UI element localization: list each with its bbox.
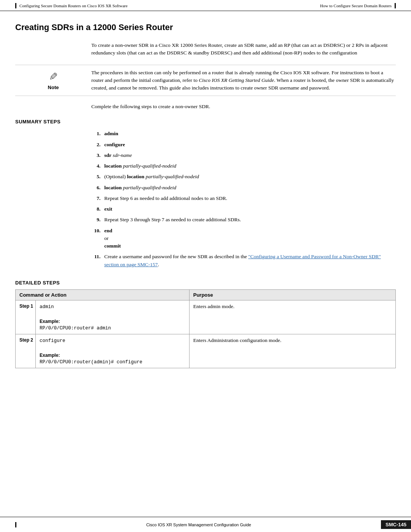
footer-center-text: Cisco IOS XR System Management Configura… [16, 522, 381, 527]
header-right: How to Configure Secure Domain Routers [320, 3, 396, 8]
list-item: location partially-qualified-nodeid [91, 162, 396, 170]
header-right-text: How to Configure Secure Domain Routers [320, 3, 392, 8]
purpose-text: Enters admin mode. [193, 304, 234, 309]
page-number: SMC-145 [381, 520, 411, 529]
table-row: Step 1 admin Example: RP/0/0/CPU0:router… [16, 300, 396, 334]
example-code: RP/0/0/CPU0:router(admin)# configure [40, 359, 142, 365]
purpose-cell: Enters admin mode. [189, 300, 395, 334]
intro-text: To create a non-owner SDR in a Cisco XR … [91, 42, 396, 57]
command-cell: admin Example: RP/0/0/CPU0:router# admin [36, 300, 190, 334]
command-code: admin [40, 304, 54, 310]
step-2-text: configure [104, 141, 125, 149]
note-section: ✎ Note The procedures in this section ca… [15, 65, 396, 96]
list-item: (Optional) location partially-qualified-… [91, 173, 396, 181]
header-bar-right [395, 3, 396, 8]
example-label: Example: [40, 353, 185, 358]
example-label: Example: [40, 319, 185, 324]
page-footer: Cisco IOS XR System Management Configura… [0, 517, 411, 532]
step-6-text: location partially-qualified-nodeid [104, 184, 176, 192]
complete-steps-section: Complete the following steps to create a… [15, 104, 396, 110]
purpose-cell: Enters Administration configuration mode… [189, 334, 395, 368]
list-item: admin [91, 130, 396, 137]
step-11-link[interactable]: "Configuring a Username and Password for… [104, 254, 381, 267]
purpose-text: Enters Administration configuration mode… [193, 337, 282, 343]
header-left: Configuring Secure Domain Routers on Cis… [15, 3, 127, 8]
command-cell: configure Example: RP/0/0/CPU0:router(ad… [36, 334, 190, 368]
example-code: RP/0/0/CPU0:router# admin [40, 326, 111, 331]
table-header-row: Command or Action Purpose [16, 289, 396, 300]
note-left: ✎ Note [15, 69, 91, 92]
col-command: Command or Action [16, 289, 190, 300]
list-item: Repeat Step 3 through Step 7 as needed t… [91, 216, 396, 224]
note-italic: Cisco IOS XR Getting Started Guide [199, 77, 274, 83]
step-8-text: exit [104, 205, 112, 213]
note-text: The procedures in this section can only … [91, 69, 396, 92]
steps-ordered-list: admin configure sdr sdr-name location pa… [91, 130, 396, 268]
chapter-title: Creating SDRs in a 12000 Series Router [15, 22, 396, 32]
step-number: Step 1 [16, 300, 36, 334]
command-code: configure [40, 338, 65, 343]
step-3-text: sdr sdr-name [104, 152, 132, 159]
col-purpose: Purpose [189, 289, 395, 300]
step-7-text: Repeat Step 6 as needed to add additiona… [104, 195, 227, 202]
list-item: configure [91, 141, 396, 149]
intro-section: To create a non-owner SDR in a Cisco XR … [15, 42, 396, 57]
main-content: Creating SDRs in a 12000 Series Router T… [0, 11, 411, 391]
header-left-text: Configuring Secure Domain Routers on Cis… [19, 3, 127, 8]
step-1-text: admin [104, 130, 118, 137]
step-11-text: Create a username and password for the n… [104, 253, 396, 268]
note-label: Note [48, 85, 59, 90]
step-5-text: (Optional) location partially-qualified-… [104, 173, 199, 181]
steps-table: Command or Action Purpose Step 1 admin E… [15, 289, 396, 368]
list-item: sdr sdr-name [91, 152, 396, 159]
detailed-steps-heading: Detailed Steps [15, 280, 396, 286]
complete-steps-text: Complete the following steps to create a… [91, 104, 396, 110]
intro-left [15, 42, 91, 57]
complete-steps-left [15, 104, 91, 110]
step-10-text: end or commit [104, 227, 121, 250]
page-header: Configuring Secure Domain Routers on Cis… [0, 0, 411, 11]
list-item: Create a username and password for the n… [91, 253, 396, 268]
list-item: Repeat Step 6 as needed to add additiona… [91, 195, 396, 202]
step-4-text: location partially-qualified-nodeid [104, 162, 176, 170]
step-number: Step 2 [16, 334, 36, 368]
header-bar-left [15, 3, 16, 8]
summary-steps-heading: Summary Steps [15, 119, 396, 125]
step-9-text: Repeat Step 3 through Step 7 as needed t… [104, 216, 241, 224]
note-icon: ✎ [49, 70, 58, 83]
list-item: location partially-qualified-nodeid [91, 184, 396, 192]
list-item: exit [91, 205, 396, 213]
table-row: Step 2 configure Example: RP/0/0/CPU0:ro… [16, 334, 396, 368]
summary-steps-list: admin configure sdr sdr-name location pa… [91, 130, 396, 268]
list-item: end or commit [91, 227, 396, 250]
